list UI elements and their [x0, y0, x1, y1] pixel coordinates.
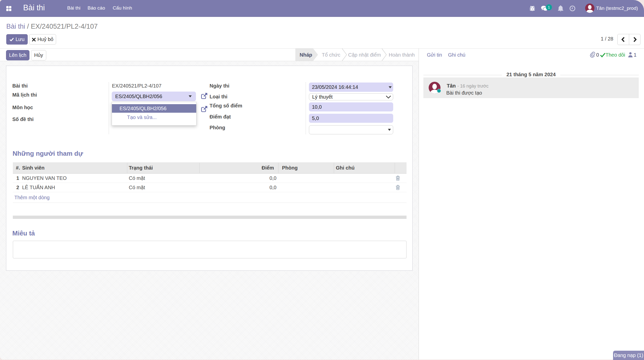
svg-text:Cập nhật điểm: Cập nhật điểm: [348, 52, 381, 58]
svg-text:Tổ chức: Tổ chức: [322, 52, 340, 58]
svg-text:Hoàn thành: Hoàn thành: [389, 52, 415, 58]
svg-text:Nháp: Nháp: [300, 52, 312, 58]
